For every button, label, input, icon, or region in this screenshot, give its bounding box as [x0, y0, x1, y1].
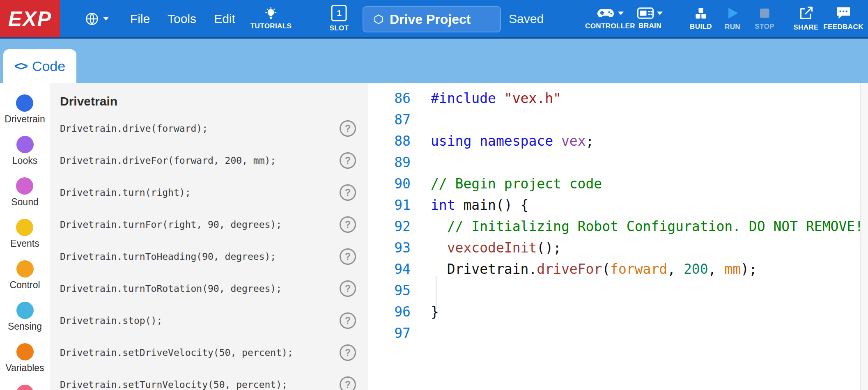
- code-line: [431, 280, 860, 301]
- tutorials-button[interactable]: TUTORIALS: [250, 0, 292, 37]
- menu-file[interactable]: File: [130, 0, 150, 37]
- command-row[interactable]: Drivetrain.turnFor(right, 90, degrees);?: [50, 209, 368, 241]
- feedback-label: FEEDBACK: [823, 23, 863, 31]
- category-color-icon[interactable]: [16, 385, 34, 390]
- command-row[interactable]: Drivetrain.setDriveVelocity(50, percent)…: [50, 337, 368, 369]
- command-code[interactable]: Drivetrain.setDriveVelocity(50, percent)…: [60, 347, 293, 358]
- hexagon-project-icon: [373, 14, 384, 25]
- command-help-button[interactable]: ?: [340, 344, 356, 361]
- command-help-button[interactable]: ?: [340, 376, 356, 390]
- code-line: [431, 323, 860, 344]
- line-number: 88: [368, 131, 411, 152]
- stop-icon: [758, 7, 771, 20]
- line-number: 89: [368, 152, 411, 173]
- chevron-down-icon: [618, 11, 624, 15]
- category-label: Sound: [11, 197, 39, 208]
- run-button[interactable]: RUN: [725, 0, 740, 37]
- command-row[interactable]: Drivetrain.drive(forward);?: [50, 112, 368, 145]
- slot-number: 1: [337, 8, 342, 18]
- controller-label: CONTROLLER: [585, 22, 635, 30]
- command-code[interactable]: Drivetrain.turnToHeading(90, degrees);: [60, 251, 276, 262]
- command-code[interactable]: Drivetrain.turnFor(right, 90, degrees);: [60, 219, 282, 230]
- menu-tools[interactable]: Tools: [168, 0, 196, 37]
- code-line: // Begin project code: [431, 173, 860, 195]
- share-button[interactable]: SHARE: [793, 0, 819, 37]
- category-color-icon[interactable]: [16, 302, 34, 319]
- slot-label: SLOT: [330, 24, 349, 32]
- play-icon: [726, 6, 739, 20]
- command-code[interactable]: Drivetrain.stop();: [60, 315, 162, 326]
- chevron-down-icon: [657, 11, 663, 15]
- brain-button[interactable]: BRAIN: [637, 0, 663, 37]
- controller-button[interactable]: CONTROLLER: [585, 0, 635, 37]
- code-editor[interactable]: 868788899091929394959697 #include "vex.h…: [368, 83, 860, 390]
- command-code[interactable]: Drivetrain.turn(right);: [60, 187, 191, 198]
- command-help-button[interactable]: ?: [340, 120, 356, 137]
- line-number: 96: [368, 301, 411, 323]
- command-code[interactable]: Drivetrain.drive(forward);: [60, 123, 208, 134]
- category-label: Sensing: [8, 321, 42, 332]
- category-color-icon[interactable]: [16, 343, 34, 360]
- category-label: Variables: [5, 362, 44, 374]
- run-label: RUN: [725, 23, 740, 31]
- category-color-icon[interactable]: [16, 136, 34, 153]
- tab-code[interactable]: <> Code: [3, 49, 76, 83]
- project-name-chip[interactable]: Drive Project: [363, 6, 501, 32]
- line-number: 87: [368, 109, 411, 131]
- category-color-icon[interactable]: [16, 219, 33, 236]
- build-button[interactable]: BUILD: [690, 0, 712, 37]
- category-sidebar: DrivetrainLooksSoundEventsControlSensing…: [0, 83, 50, 390]
- command-row[interactable]: Drivetrain.stop();?: [50, 305, 368, 337]
- exp-logo[interactable]: EXP: [0, 0, 60, 37]
- command-code[interactable]: Drivetrain.driveFor(forward, 200, mm);: [60, 155, 276, 166]
- command-palette: Drivetrain Drivetrain.drive(forward);?Dr…: [50, 83, 368, 390]
- line-number: 94: [368, 259, 411, 280]
- sidebar-category-events[interactable]: Events: [10, 219, 39, 249]
- line-number: 92: [368, 216, 411, 237]
- command-row[interactable]: Drivetrain.turnToHeading(90, degrees);?: [50, 241, 368, 273]
- command-row[interactable]: Drivetrain.setTurnVelocity(50, percent);…: [50, 369, 368, 390]
- tab-bar: <> Code ?: [0, 39, 868, 83]
- command-code[interactable]: Drivetrain.setTurnVelocity(50, percent);: [60, 379, 287, 390]
- command-help-button[interactable]: ?: [340, 248, 356, 265]
- command-code[interactable]: Drivetrain.turnToRotation(90, degrees);: [60, 283, 282, 294]
- command-help-button[interactable]: ?: [340, 280, 356, 297]
- line-number: 91: [368, 195, 411, 216]
- tutorials-label: TUTORIALS: [250, 22, 292, 30]
- sidebar-category-sound[interactable]: Sound: [11, 177, 39, 208]
- code-lines[interactable]: #include "vex.h"using namespace vex;// B…: [431, 88, 860, 344]
- command-help-button[interactable]: ?: [340, 152, 356, 169]
- slot-button[interactable]: 1 SLOT: [330, 0, 349, 37]
- command-row[interactable]: Drivetrain.turnToRotation(90, degrees);?: [50, 273, 368, 305]
- command-row[interactable]: Drivetrain.driveFor(forward, 200, mm);?: [50, 145, 368, 177]
- category-color-icon[interactable]: [16, 94, 33, 112]
- top-menu-bar: EXP File Tools Edit TUTORIALS 1 SLOT: [0, 0, 868, 39]
- category-color-icon[interactable]: [16, 177, 33, 195]
- share-label: SHARE: [793, 23, 819, 32]
- share-export-icon: [799, 6, 813, 21]
- command-help-button[interactable]: ?: [340, 216, 356, 233]
- category-color-icon[interactable]: [16, 260, 34, 278]
- stop-label: STOP: [755, 23, 774, 31]
- sidebar-category-looks[interactable]: Looks: [12, 136, 37, 166]
- indent-guide: [436, 276, 436, 309]
- sidebar-category-sensing[interactable]: Sensing: [8, 302, 42, 332]
- menu-edit[interactable]: Edit: [214, 0, 235, 37]
- command-help-button[interactable]: ?: [340, 184, 356, 201]
- language-selector[interactable]: [85, 0, 109, 37]
- code-line: #include "vex.h": [431, 88, 860, 109]
- sidebar-category-variables[interactable]: Variables: [5, 343, 44, 374]
- line-number: 93: [368, 237, 411, 259]
- editor-scrollbar[interactable]: [860, 83, 868, 390]
- build-blocks-icon: [694, 7, 707, 20]
- command-row[interactable]: Drivetrain.turn(right);?: [50, 177, 368, 209]
- stop-button[interactable]: STOP: [755, 0, 774, 37]
- category-label: Looks: [12, 155, 37, 166]
- exp-logo-text: EXP: [8, 7, 52, 31]
- sidebar-category-drivetrain[interactable]: Drivetrain: [5, 94, 45, 125]
- sidebar-category-control[interactable]: Control: [9, 260, 40, 291]
- code-line: [431, 152, 860, 173]
- command-help-button[interactable]: ?: [340, 312, 356, 329]
- feedback-button[interactable]: FEEDBACK: [823, 0, 863, 37]
- sidebar-category[interactable]: [16, 385, 34, 390]
